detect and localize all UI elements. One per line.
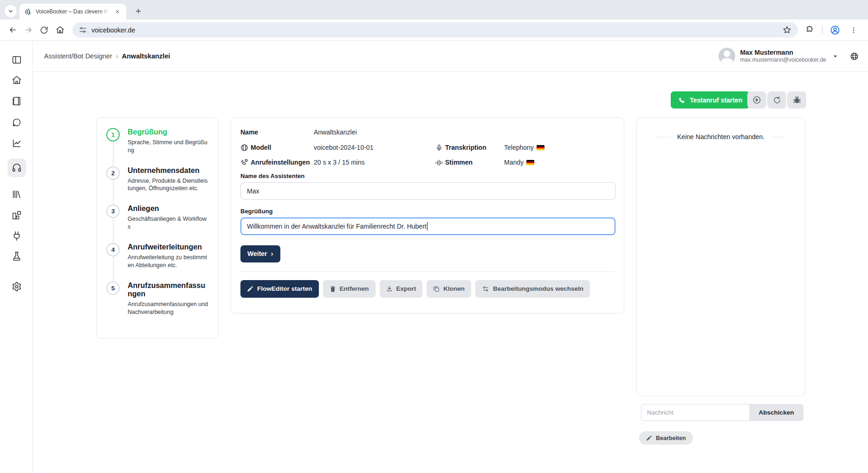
reload-button[interactable] — [36, 22, 52, 38]
stepper-step-5[interactable]: 5 Anrufzusammenfassungen Anrufzusammenfa… — [106, 281, 209, 321]
chat-bubble-icon — [12, 117, 22, 128]
plug-icon — [12, 231, 22, 241]
step-number: 3 — [106, 205, 120, 218]
greeting-input[interactable]: Willkommen in der Anwaltskanzlei für Fam… — [240, 217, 615, 235]
avatar — [719, 48, 735, 64]
app-root: Assistent/Bot Designer › Anwaltskanzlei … — [0, 41, 868, 473]
play-button[interactable] — [747, 91, 766, 109]
greeting-label: Begrüßung — [240, 208, 615, 215]
user-menu[interactable]: Max Mustermann max.mustermann@voicebooke… — [719, 48, 859, 64]
breadcrumb-current: Anwaltskanzlei — [122, 52, 170, 60]
browser-menu-button[interactable] — [846, 22, 862, 38]
model-value: voicebot-2024-10-01 — [314, 143, 373, 153]
call-settings-label: Anrufeinstellungen — [251, 159, 310, 166]
voice-waveform-icon — [435, 159, 443, 166]
bookmark-star-icon[interactable] — [783, 26, 791, 34]
bug-icon — [793, 96, 801, 104]
refresh-icon — [773, 96, 781, 104]
profile-avatar-icon — [830, 25, 840, 35]
sidebar-item-integrations[interactable] — [11, 230, 22, 242]
sidebar-item-analytics[interactable] — [11, 138, 22, 149]
panel-left-icon — [12, 55, 22, 65]
step-title: Begrüßung — [128, 128, 209, 137]
home-icon — [12, 75, 22, 85]
back-button[interactable] — [5, 22, 20, 38]
extensions-button[interactable] — [802, 22, 817, 38]
sidebar-item-settings[interactable] — [11, 281, 22, 292]
divider — [240, 271, 615, 272]
clone-button[interactable]: Klonen — [427, 280, 471, 298]
step-number: 4 — [106, 243, 120, 256]
browser-toolbar: voicebooker.de — [0, 19, 868, 41]
library-icon — [12, 189, 22, 199]
sidebar-item-home[interactable] — [11, 75, 22, 86]
step-title: Unternehmensdaten — [128, 166, 209, 175]
name-label: Name — [240, 128, 258, 136]
step-number: 2 — [106, 166, 120, 180]
transcription-label: Transkription — [445, 144, 486, 151]
user-name: Max Mustermann — [740, 49, 826, 57]
pencil-icon — [646, 435, 652, 441]
chat-message-input[interactable] — [641, 404, 749, 421]
settings-gear-icon — [12, 281, 22, 292]
stepper-step-3[interactable]: 3 Anliegen Geschäftsanliegen & Workflows — [106, 205, 209, 243]
breadcrumb-parent[interactable]: Assistent/Bot Designer — [44, 52, 112, 60]
notebook-icon — [12, 96, 22, 106]
tab-search-button[interactable] — [5, 5, 17, 17]
sidebar-item-toggle[interactable] — [11, 54, 22, 65]
sidebar-item-assistant[interactable] — [11, 162, 22, 173]
send-button[interactable]: Abschicken — [749, 404, 803, 421]
text-cursor — [427, 222, 428, 230]
url-text[interactable]: voicebooker.de — [91, 26, 778, 34]
switch-edit-mode-button[interactable]: Bearbeitungsmodus wechseln — [475, 280, 590, 298]
chat-empty-message: Keine Nachrichten vorhanden. — [677, 133, 764, 141]
remove-button[interactable]: Entfernen — [323, 280, 376, 298]
chat-empty-state: Keine Nachrichten vorhanden. — [637, 133, 805, 141]
test-call-button[interactable]: Testanruf starten — [671, 91, 750, 109]
tab-title: VoiceBooker – Das clevere KI-g — [36, 8, 110, 15]
play-circle-icon — [752, 96, 761, 104]
edit-button[interactable]: Bearbeiten — [639, 431, 693, 445]
new-tab-button[interactable] — [132, 5, 145, 18]
chevron-right-icon: › — [271, 249, 273, 257]
step-title: Anliegen — [128, 205, 209, 213]
profile-button[interactable] — [827, 22, 843, 38]
model-label: Modell — [251, 144, 271, 151]
debug-button[interactable] — [787, 91, 806, 109]
sidebar-item-blocks[interactable] — [11, 210, 22, 221]
next-label: Weiter — [247, 250, 267, 257]
step-number: 1 — [106, 128, 120, 141]
stepper-step-1[interactable]: 1 Begrüßung Sprache, Stimme und Begrüßun… — [106, 128, 209, 166]
copy-icon — [433, 286, 440, 292]
next-button[interactable]: Weiter › — [240, 245, 280, 262]
home-button[interactable] — [52, 22, 68, 38]
sidebar — [0, 41, 33, 473]
address-bar[interactable]: voicebooker.de — [72, 22, 798, 38]
stepper-step-4[interactable]: 4 Anrufweiterleitungen Anrufweiterleitun… — [106, 243, 209, 281]
site-info-icon[interactable] — [79, 26, 87, 34]
step-title: Anrufweiterleitungen — [128, 243, 209, 252]
browser-tab[interactable]: VoiceBooker – Das clevere KI-g — [19, 4, 126, 19]
tab-close-icon[interactable] — [113, 7, 122, 16]
reload-icon — [40, 26, 48, 34]
stepper-step-2[interactable]: 2 Unternehmensdaten Adresse, Produkte & … — [106, 166, 209, 205]
assistant-name-input[interactable] — [240, 182, 615, 200]
assistant-info-grid: Name Anwaltskanzlei Modell voicebot-2024… — [240, 128, 615, 167]
language-globe-icon[interactable] — [850, 52, 859, 61]
model-icon — [240, 144, 248, 152]
phone-settings-icon — [240, 159, 248, 166]
step-description: Sprache, Stimme und Begrüßung — [128, 139, 209, 154]
greeting-value: Willkommen in der Anwaltskanzlei für Fam… — [247, 223, 427, 230]
refresh-button[interactable] — [767, 91, 786, 109]
flask-icon — [12, 251, 22, 262]
sidebar-item-chat[interactable] — [11, 117, 22, 128]
sidebar-item-notebook[interactable] — [11, 96, 22, 107]
swap-arrows-icon — [482, 286, 489, 292]
flow-editor-button[interactable]: FlowEditor starten — [240, 280, 319, 298]
chevron-down-icon[interactable] — [833, 54, 838, 59]
export-button[interactable]: Export — [380, 280, 423, 298]
test-call-label: Testanruf starten — [690, 96, 742, 104]
sidebar-item-lab[interactable] — [11, 251, 22, 262]
forward-button[interactable] — [20, 22, 36, 38]
sidebar-item-library[interactable] — [11, 189, 22, 200]
